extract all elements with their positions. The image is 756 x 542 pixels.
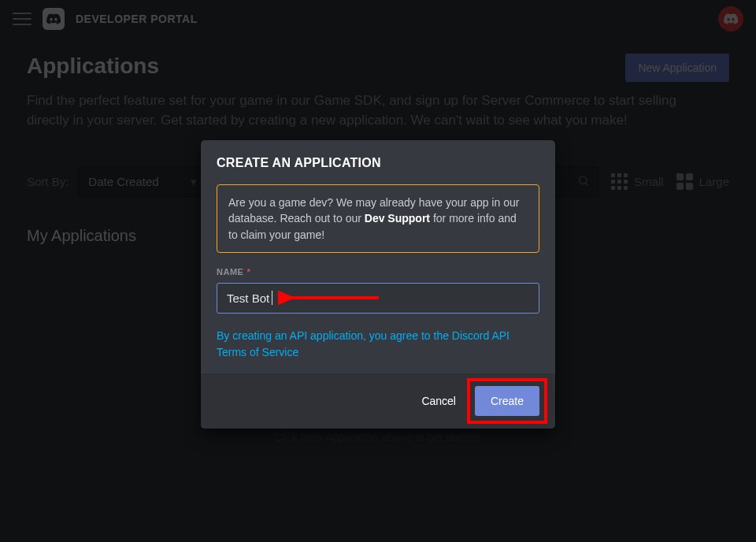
- application-name-input[interactable]: [217, 283, 539, 314]
- create-button[interactable]: Create: [475, 386, 539, 416]
- modal-title: CREATE AN APPLICATION: [217, 156, 539, 170]
- tos-link[interactable]: By creating an API application, you agre…: [217, 328, 539, 361]
- name-field-label: NAME*: [217, 267, 539, 277]
- create-application-modal: CREATE AN APPLICATION Are you a game dev…: [201, 140, 555, 429]
- game-dev-notice: Are you a game dev? We may already have …: [217, 184, 539, 253]
- cancel-button[interactable]: Cancel: [410, 387, 467, 415]
- text-caret-icon: [272, 291, 272, 305]
